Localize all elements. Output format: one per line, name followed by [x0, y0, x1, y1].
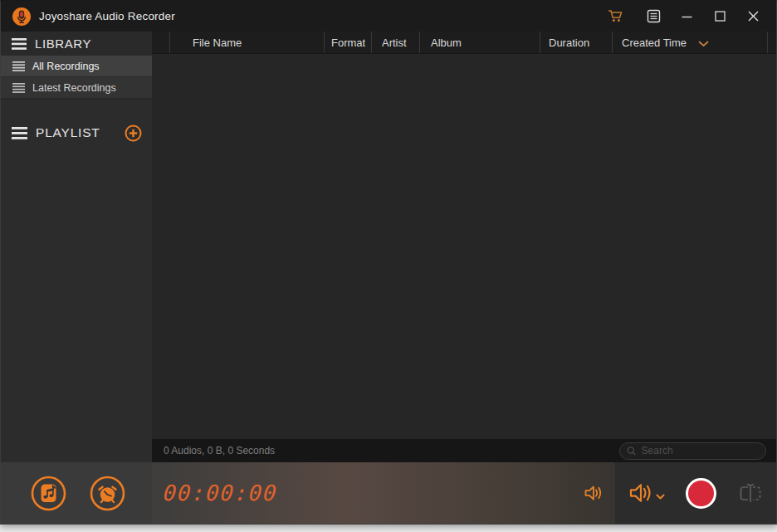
minimize-button[interactable] — [670, 3, 703, 29]
status-bar: 0 Audios, 0 B, 0 Seconds — [152, 439, 776, 462]
column-format[interactable]: Format — [325, 32, 372, 53]
recorder-toolbar: 00:00:00 — [1, 462, 776, 524]
close-icon — [748, 11, 759, 22]
cart-icon — [608, 9, 623, 23]
maximize-button[interactable] — [703, 3, 736, 29]
column-created-time[interactable]: Created Time — [613, 32, 767, 53]
alarm-clock-icon — [90, 476, 125, 511]
playlist-label: PLAYLIST — [36, 125, 125, 140]
maximize-icon — [715, 11, 726, 22]
app-window: Joyoshare Audio Recorder — [0, 0, 777, 525]
recorder-display: 00:00:00 — [152, 462, 615, 524]
column-album[interactable]: Album — [420, 32, 540, 53]
sidebar: LIBRARY All Recordings Latest — [1, 32, 152, 462]
menu-icon — [647, 9, 661, 23]
recording-timer: 00:00:00 — [163, 481, 278, 505]
sidebar-item-all-recordings[interactable]: All Recordings — [1, 56, 152, 77]
sidebar-divider — [1, 99, 152, 120]
title-bar: Joyoshare Audio Recorder — [1, 1, 776, 32]
column-artist[interactable]: Artist — [372, 32, 420, 53]
sidebar-item-label: All Recordings — [32, 61, 100, 72]
sidebar-item-latest-recordings[interactable]: Latest Recordings — [1, 77, 152, 99]
search-box[interactable] — [619, 442, 766, 460]
library-summary: 0 Audios, 0 B, 0 Seconds — [164, 445, 619, 456]
close-button[interactable] — [736, 3, 770, 29]
minimize-icon — [682, 11, 692, 22]
library-label: LIBRARY — [35, 37, 91, 51]
app-logo-icon — [12, 7, 32, 27]
sidebar-item-label: Latest Recordings — [32, 82, 116, 94]
column-spacer — [152, 32, 170, 53]
store-cart-button[interactable] — [599, 3, 632, 29]
chevron-down-icon — [656, 494, 665, 500]
recordings-panel: File Name Format Artist Album Duration C… — [152, 32, 776, 462]
add-playlist-button[interactable] — [125, 124, 142, 142]
library-section-header[interactable]: LIBRARY — [1, 32, 152, 56]
record-button[interactable] — [686, 478, 716, 509]
music-file-icon — [31, 476, 66, 511]
scrollbar-gutter — [767, 32, 776, 53]
format-settings-button[interactable] — [31, 476, 66, 511]
menu-button[interactable] — [637, 3, 670, 29]
column-file-name[interactable]: File Name — [170, 32, 325, 53]
hamburger-icon — [12, 38, 27, 50]
output-volume-dropdown[interactable] — [628, 482, 665, 504]
recordings-list-empty[interactable] — [152, 54, 776, 439]
chevron-down-icon — [698, 41, 709, 47]
toolbar-left — [1, 462, 152, 524]
column-duration[interactable]: Duration — [540, 32, 613, 53]
main-area: LIBRARY All Recordings Latest — [1, 32, 776, 462]
schedule-recording-button[interactable] — [90, 476, 125, 511]
window-title: Joyoshare Audio Recorder — [39, 10, 175, 22]
trim-icon — [736, 479, 765, 507]
table-header: File Name Format Artist Album Duration C… — [152, 32, 776, 54]
monitor-volume-button[interactable] — [584, 485, 604, 501]
desktop-background: Joyoshare Audio Recorder — [0, 0, 777, 532]
speaker-icon — [628, 482, 653, 504]
search-input[interactable] — [642, 445, 759, 456]
list-icon — [12, 61, 25, 71]
search-icon — [627, 446, 637, 456]
toolbar-right — [615, 462, 776, 524]
playlist-section-header[interactable]: PLAYLIST — [1, 120, 152, 145]
hamburger-icon — [12, 127, 27, 139]
list-icon — [12, 83, 25, 93]
